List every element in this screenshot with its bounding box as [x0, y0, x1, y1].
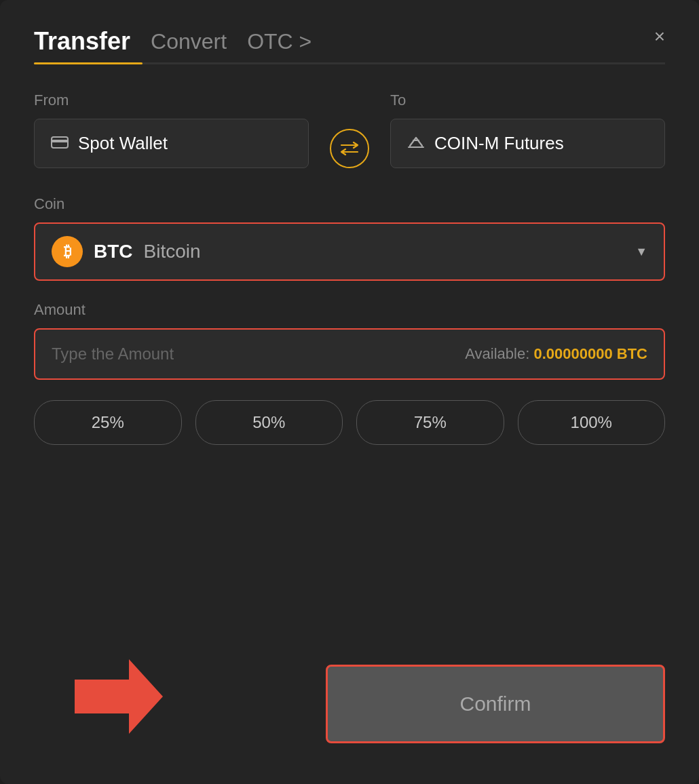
swap-btn-wrapper [322, 129, 377, 168]
tab-otc[interactable]: OTC > [247, 29, 311, 54]
amount-section: Amount Available: 0.00000000 BTC [34, 301, 665, 380]
percent-100-button[interactable]: 100% [518, 400, 666, 445]
coin-dropdown[interactable]: ₿ BTC Bitcoin ▼ [34, 222, 665, 281]
chevron-down-icon: ▼ [635, 245, 647, 259]
coin-section: Coin ₿ BTC Bitcoin ▼ [34, 195, 665, 281]
coin-symbol: BTC [94, 241, 133, 262]
to-label: To [390, 92, 665, 109]
confirm-row: Confirm [34, 651, 665, 743]
to-wallet-select[interactable]: COIN-M Futures [390, 119, 665, 168]
futures-icon [407, 134, 425, 154]
available-label: Available: [465, 345, 529, 362]
transfer-modal: Transfer Convert OTC > × From Spot Walle… [0, 0, 699, 784]
amount-input-box: Available: 0.00000000 BTC [34, 328, 665, 380]
btc-icon: ₿ [52, 236, 83, 267]
tab-underline-active [34, 62, 143, 64]
percent-25-button[interactable]: 25% [34, 400, 182, 445]
wallet-icon [51, 135, 69, 153]
arrow-indicator [75, 659, 163, 737]
swap-button[interactable] [330, 129, 369, 168]
coin-fullname: Bitcoin [144, 241, 201, 262]
tab-transfer[interactable]: Transfer [34, 27, 130, 56]
to-section: To COIN-M Futures [390, 92, 665, 168]
tab-underline-row [34, 62, 665, 64]
percent-75-button[interactable]: 75% [356, 400, 504, 445]
modal-header: Transfer Convert OTC > × [34, 27, 665, 56]
from-wallet-name: Spot Wallet [78, 133, 168, 154]
coin-label: Coin [34, 195, 665, 213]
tab-convert[interactable]: Convert [151, 29, 227, 54]
svg-rect-1 [52, 140, 68, 142]
amount-input[interactable] [52, 345, 350, 364]
svg-marker-2 [75, 659, 163, 734]
to-wallet-name: COIN-M Futures [434, 133, 564, 154]
from-wallet-select[interactable]: Spot Wallet [34, 119, 309, 168]
from-section: From Spot Wallet [34, 92, 309, 168]
percent-row: 25% 50% 75% 100% [34, 400, 665, 445]
close-button[interactable]: × [654, 27, 665, 46]
amount-label: Amount [34, 301, 665, 319]
from-label: From [34, 92, 309, 109]
available-value: 0.00000000 BTC [533, 345, 647, 362]
available-text: Available: 0.00000000 BTC [465, 345, 647, 363]
percent-50-button[interactable]: 50% [195, 400, 343, 445]
confirm-button[interactable]: Confirm [326, 665, 665, 743]
